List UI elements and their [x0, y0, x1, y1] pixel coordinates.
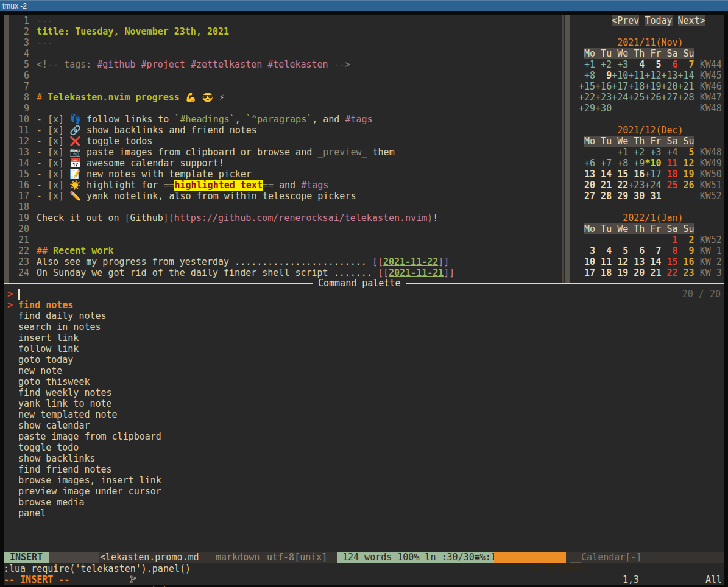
palette-item[interactable]: new templated note	[7, 409, 161, 420]
editor-line[interactable]: 20	[9, 223, 454, 234]
calendar-nav-button[interactable]: <Prev	[612, 15, 639, 26]
editor-scrollbar[interactable]	[4, 15, 9, 283]
editor-line[interactable]: 4	[9, 48, 454, 59]
calendar-day[interactable]: 3 4 5 6 7	[579, 245, 661, 256]
palette-item[interactable]: search in notes	[7, 322, 161, 332]
palette-item[interactable]: browse media	[7, 497, 161, 508]
calendar-nav-button[interactable]: Next>	[678, 15, 705, 26]
palette-result-counter: 20 / 20	[682, 289, 721, 300]
calendar-day-sunday[interactable]: 26	[678, 180, 694, 191]
calendar-day-sunday[interactable]: 16	[678, 256, 694, 267]
editor-line[interactable]: 11- [x] 🔗 show backlinks and friend note…	[9, 125, 454, 136]
note-date-link[interactable]: 2021-11-22	[383, 256, 438, 267]
calendar-day-saturday[interactable]: 6	[661, 59, 677, 70]
palette-item[interactable]: find weekly notes	[7, 387, 161, 398]
calendar-day-saturday[interactable]: 11	[661, 158, 677, 169]
editor-line[interactable]: 17- [x] ✏️ yank notelink, also from with…	[9, 191, 454, 202]
calendar-day-with-note[interactable]: +15+16+17+18+19+20+21	[579, 81, 694, 92]
vim-cmdline[interactable]: :lua require('telekasten').panel()	[4, 563, 191, 574]
palette-item[interactable]: toggle todo	[7, 442, 161, 453]
calendar-day[interactable]: 4 5	[628, 59, 661, 70]
calendar-pane[interactable]: <Prev Today Next> 2021/11(Nov) Mo Tu We …	[579, 15, 722, 278]
editor-line[interactable]: 19Check it out on [Github](https://githu…	[9, 213, 454, 223]
editor-line[interactable]: 2title: Tuesday, November 23th, 2021	[9, 26, 454, 37]
calendar-day-sunday[interactable]: 5	[678, 147, 694, 158]
calendar-day-saturday[interactable]: 1	[661, 234, 677, 245]
editor-line[interactable]: 1---	[9, 15, 454, 26]
editor-line[interactable]: 16- [x] ☀️ highlight for ==highlighted t…	[9, 180, 454, 191]
palette-item[interactable]: browse images, insert link	[7, 475, 161, 486]
palette-item[interactable]: panel	[7, 508, 161, 519]
editor-line[interactable]: 22## Recent work	[9, 245, 454, 256]
editor-line[interactable]: 6	[9, 70, 454, 81]
calendar-row: +6 +7 +8 +9*10 11 12 KW49	[579, 158, 722, 169]
palette-item[interactable]: paste image from clipboard	[7, 431, 161, 442]
command-palette[interactable]: > > find notes find daily notes search i…	[7, 289, 161, 519]
palette-item[interactable]: show backlinks	[7, 453, 161, 464]
calendar-month-title: 2021/11(Nov)	[579, 37, 684, 48]
calendar-week-number: KW51	[694, 180, 722, 191]
calendar-day[interactable]: 27 28 29 30 31	[579, 191, 661, 202]
calendar-day-sunday[interactable]: 7	[678, 59, 694, 70]
calendar-day-sunday[interactable]: 2	[678, 234, 694, 245]
editor-line[interactable]: 9	[9, 103, 454, 114]
editor-line[interactable]: 15- [x] 📝 new notes with template picker	[9, 169, 454, 180]
palette-item[interactable]: new note	[7, 365, 161, 376]
palette-item[interactable]: insert link	[7, 332, 161, 343]
calendar-day[interactable]: 13 14 15 16	[579, 169, 645, 180]
calendar-day-with-note[interactable]: +22+23+24+25+26+27+28	[579, 92, 694, 103]
editor-line[interactable]: 8# Telekasten.nvim progress 💪 😎 ⚡	[9, 92, 454, 103]
palette-item[interactable]: show calendar	[7, 420, 161, 431]
calendar-day-with-note[interactable]: +1 +2 +3	[579, 59, 628, 70]
editor-line[interactable]: 24On Sunday we got rid of the daily find…	[9, 267, 454, 278]
calendar-day-today[interactable]: *10	[645, 158, 661, 169]
calendar-day[interactable]: 17 18 19 20 21	[579, 267, 661, 278]
calendar-nav-button[interactable]: Today	[645, 15, 672, 26]
palette-prompt[interactable]: >	[7, 289, 161, 300]
calendar-day-sunday[interactable]: 9	[678, 245, 694, 256]
palette-item[interactable]: goto today	[7, 354, 161, 365]
editor-line[interactable]: 21	[9, 234, 454, 245]
calendar-day-saturday[interactable]: 25	[661, 180, 677, 191]
palette-item[interactable]: find daily notes	[7, 311, 161, 322]
editor-line[interactable]: 5<!-- tags: #github #project #zettelkast…	[9, 59, 454, 70]
calendar-day-with-note[interactable]: +1 +2 +3 +4	[612, 147, 677, 158]
line-number: 18	[9, 202, 29, 213]
calendar-day-with-note[interactable]: +8	[579, 70, 595, 81]
calendar-day-with-note[interactable]: +17	[645, 169, 661, 180]
statusline-tab[interactable]: ☰ [11]tra…	[494, 552, 566, 563]
editor-line[interactable]: 3---	[9, 37, 454, 48]
hyperlink[interactable]: Github	[130, 213, 163, 223]
editor-pane[interactable]: 1---2title: Tuesday, November 23th, 2021…	[9, 15, 454, 278]
calendar-day-with-note[interactable]: +6 +7 +8 +9	[579, 158, 645, 169]
palette-item[interactable]: > find notes	[7, 300, 161, 311]
calendar-day-sunday[interactable]: 23	[678, 267, 694, 278]
calendar-day-saturday[interactable]: 18	[661, 169, 677, 180]
window-separator[interactable]	[562, 15, 564, 283]
calendar-day-sunday[interactable]: 12	[678, 158, 694, 169]
editor-line[interactable]: 7	[9, 81, 454, 92]
calendar-day-with-note[interactable]: +10+11+12+13+14	[612, 70, 694, 81]
editor-line[interactable]: 23Also see my progress from yesterday ..…	[9, 256, 454, 267]
calendar-day[interactable]: 20 21 22	[579, 180, 628, 191]
note-date-link[interactable]: 2021-11-21	[389, 267, 444, 278]
calendar-day-saturday[interactable]: 22	[661, 267, 677, 278]
calendar-day-saturday[interactable]: 8	[661, 245, 677, 256]
calendar-day-with-note[interactable]: +29+30	[579, 103, 612, 114]
calendar-day-with-note[interactable]: +23+24	[628, 180, 661, 191]
editor-line[interactable]: 14- [x] 📅 awesome calendar support!	[9, 158, 454, 169]
calendar-scrollbar[interactable]	[565, 15, 570, 283]
calendar-day[interactable]: 9	[595, 70, 612, 81]
calendar-day[interactable]: 10 11 12 13 14	[579, 256, 661, 267]
editor-line[interactable]: 12- [x] ❌ toggle todos	[9, 136, 454, 147]
palette-item[interactable]: find friend notes	[7, 464, 161, 475]
calendar-day-sunday[interactable]: 19	[678, 169, 694, 180]
editor-line[interactable]: 13- [x] 📷 paste images from clipboard or…	[9, 147, 454, 158]
palette-item[interactable]: goto thisweek	[7, 376, 161, 387]
editor-line[interactable]: 18	[9, 202, 454, 213]
palette-item[interactable]: follow link	[7, 343, 161, 354]
calendar-day-saturday[interactable]: 15	[661, 256, 677, 267]
palette-item[interactable]: yank link to note	[7, 398, 161, 409]
editor-line[interactable]: 10- [x] 👣 follow links to `#headings`, `…	[9, 114, 454, 125]
palette-item[interactable]: preview image under cursor	[7, 486, 161, 497]
